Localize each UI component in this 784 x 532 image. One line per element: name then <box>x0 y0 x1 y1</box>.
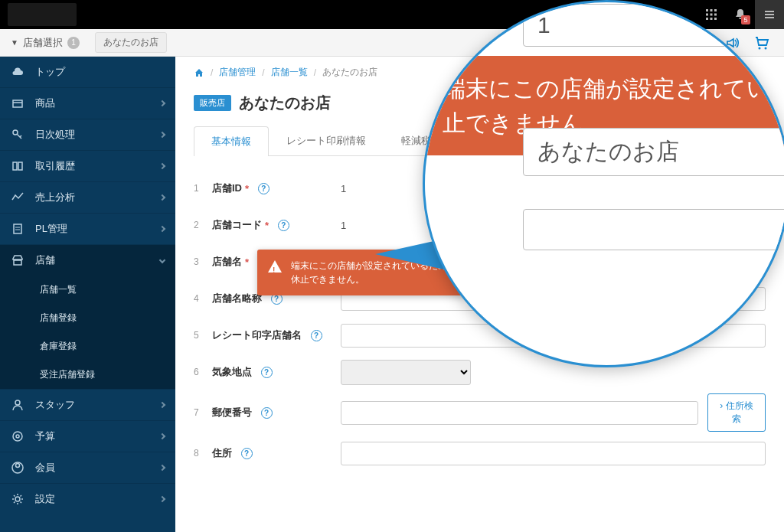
help-icon[interactable]: ? <box>278 220 289 231</box>
sidebar-label: 日次処理 <box>35 128 75 142</box>
apps-icon[interactable] <box>697 0 726 29</box>
svg-point-22 <box>16 435 19 438</box>
svg-rect-3 <box>706 14 708 16</box>
tabs: 基本情報 レシート印刷情報 軽減税率 端末 <box>194 126 766 156</box>
svg-rect-5 <box>714 14 717 16</box>
store-count-badge: 1 <box>67 37 80 49</box>
chart-icon <box>11 191 24 204</box>
svg-point-12 <box>759 47 761 49</box>
field-label: 郵便番号 <box>212 406 252 419</box>
svg-point-13 <box>765 47 767 49</box>
sidebar: トップ 商品 日次処理 取引履歴 売上分析 PL管理 <box>0 57 175 532</box>
sidebar-sub-store-register[interactable]: 店舗登録 <box>0 304 175 332</box>
field-label: 店舗名 <box>212 255 242 269</box>
svg-rect-8 <box>714 18 717 20</box>
svg-rect-6 <box>706 18 708 20</box>
user-icon <box>11 398 24 412</box>
notification-badge: 5 <box>741 15 750 24</box>
field-value: 1 <box>335 183 766 194</box>
help-icon[interactable]: ? <box>311 330 322 341</box>
sidebar-item-pl[interactable]: PL管理 <box>0 214 175 244</box>
field-value: 1 <box>335 220 766 231</box>
field-label: レシート印字店舗名 <box>212 328 302 342</box>
breadcrumb-current: あなたのお店 <box>322 66 377 79</box>
tab-receipt[interactable]: レシート印刷情報 <box>269 126 384 155</box>
sidebar-item-member[interactable]: 会員 <box>0 452 175 483</box>
sidebar-label: 店舗 <box>35 253 55 267</box>
svg-rect-17 <box>14 224 21 233</box>
book-icon <box>11 159 24 173</box>
home-icon[interactable] <box>194 67 204 78</box>
gear-icon <box>11 492 24 506</box>
sidebar-label: 売上分析 <box>35 191 75 204</box>
svg-rect-14 <box>13 100 22 107</box>
svg-rect-2 <box>714 9 717 11</box>
svg-point-21 <box>13 432 22 441</box>
sidebar-item-sales[interactable]: 売上分析 <box>0 182 175 213</box>
sidebar-label: 商品 <box>35 96 55 110</box>
form-row-weather: 6 気象地点 ? <box>194 354 766 390</box>
tab-terminal[interactable]: 端末 <box>459 126 514 155</box>
sidebar-label: スタッフ <box>35 398 75 412</box>
form-row-receipt-name: 5 レシート印字店舗名 ? <box>194 317 766 354</box>
help-icon[interactable]: ? <box>241 448 253 459</box>
breadcrumb-link[interactable]: 店舗一覧 <box>271 66 308 79</box>
sidebar-label: 予算 <box>35 429 55 443</box>
help-icon[interactable]: ? <box>258 183 270 194</box>
svg-rect-7 <box>710 18 713 20</box>
help-icon[interactable]: ? <box>261 367 273 378</box>
sidebar-sub-order-store[interactable]: 受注店舗登録 <box>0 361 175 389</box>
address-search-button[interactable]: › 住所検索 <box>707 393 766 432</box>
form-row-store-id: 1 店舗ID* ? 1 <box>194 170 766 207</box>
key-icon <box>11 128 24 142</box>
breadcrumb-link[interactable]: 店舗管理 <box>219 66 256 79</box>
store-select-row: ▼ 店舗選択 1 あなたのお店 <box>0 29 784 57</box>
sidebar-item-history[interactable]: 取引履歴 <box>0 151 175 181</box>
tab-basic[interactable]: 基本情報 <box>194 126 269 156</box>
address-input[interactable] <box>341 442 766 465</box>
hamburger-icon[interactable] <box>755 0 784 29</box>
svg-rect-0 <box>706 9 708 11</box>
field-label: 店舗コード <box>212 218 262 232</box>
sidebar-sub-store-list[interactable]: 店舗一覧 <box>0 276 175 304</box>
sidebar-item-settings[interactable]: 設定 <box>0 484 175 514</box>
error-toast: 端末にこの店舗が設定されているため、休止できません。 <box>257 250 467 295</box>
page-title: あなたのお店 <box>239 93 331 113</box>
sidebar-label: 取引履歴 <box>35 159 75 173</box>
logo <box>8 3 77 26</box>
topbar: 5 <box>0 0 784 29</box>
sidebar-item-products[interactable]: 商品 <box>0 88 175 119</box>
field-label: 気象地点 <box>212 365 252 379</box>
sidebar-sub-warehouse[interactable]: 倉庫登録 <box>0 332 175 361</box>
zip-input[interactable] <box>341 401 698 425</box>
doc-icon <box>11 222 24 236</box>
cart-icon[interactable] <box>753 34 770 51</box>
field-label: 店舗ID <box>212 181 242 195</box>
store-select-dropdown[interactable]: ▼ 店舗選択 1 <box>11 36 80 50</box>
help-icon[interactable]: ? <box>261 407 273 419</box>
sidebar-item-daily[interactable]: 日次処理 <box>0 119 175 150</box>
receipt-name-input[interactable] <box>341 324 766 348</box>
sidebar-label: トップ <box>35 65 65 79</box>
svg-rect-4 <box>710 14 713 16</box>
svg-point-25 <box>15 497 20 501</box>
store-chip[interactable]: あなたのお店 <box>95 32 167 53</box>
sidebar-label: 設定 <box>35 492 55 506</box>
target-icon <box>11 429 24 443</box>
cloud-icon <box>11 65 24 79</box>
sidebar-item-budget[interactable]: 予算 <box>0 421 175 452</box>
form-row-store-code: 2 店舗コード* ? 1 <box>194 207 766 243</box>
field-label: 住所 <box>212 446 232 460</box>
bell-icon[interactable]: 5 <box>726 0 755 29</box>
breadcrumb: / 店舗管理 / 店舗一覧 / あなたのお店 <box>175 57 784 88</box>
sidebar-item-stores[interactable]: 店舗 <box>0 245 175 276</box>
weather-select[interactable] <box>341 360 471 385</box>
sidebar-label: 会員 <box>35 461 55 475</box>
tab-tax[interactable]: 軽減税率 <box>384 126 459 155</box>
store-type-tag: 販売店 <box>194 95 231 111</box>
sidebar-item-top[interactable]: トップ <box>0 57 175 87</box>
form-row-address: 8 住所 ? <box>194 435 766 472</box>
announce-icon[interactable] <box>724 35 740 51</box>
svg-point-23 <box>16 464 20 468</box>
sidebar-item-staff[interactable]: スタッフ <box>0 390 175 420</box>
